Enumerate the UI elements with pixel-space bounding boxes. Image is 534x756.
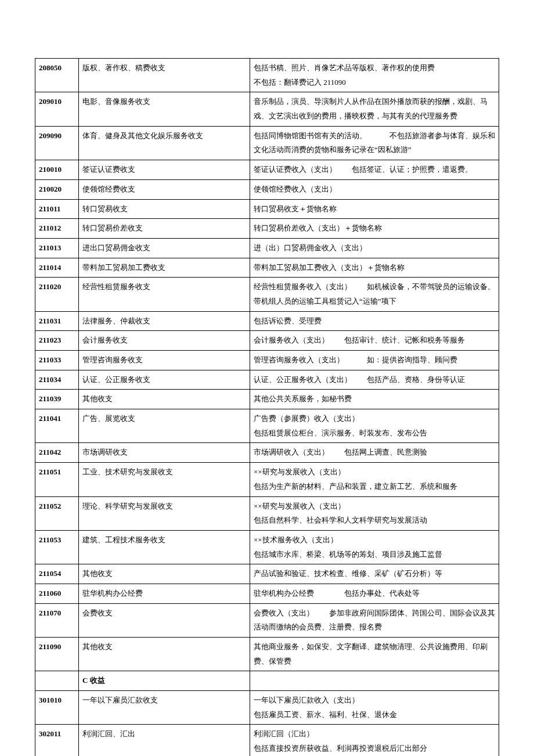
code-cell: 211011 (35, 199, 79, 219)
desc-cell: 进（出）口贸易佣金收入（支出） (250, 238, 499, 258)
table-row: 211042市场调研收支市场调研收入（支出） 包括网上调查、民意测验 (35, 443, 499, 463)
table-row: 211041广告、展览收支广告费（参展费）收入（支出） 包括租赁展位柜台、演示服… (35, 409, 499, 443)
desc-cell: ××研究与发展收入（支出） 包括为生产新的材料、产品和装置，建立新工艺、系统和服… (250, 463, 499, 496)
name-cell: 法律服务、仲裁收支 (79, 311, 250, 331)
code-cell: 209010 (35, 92, 79, 126)
name-cell: 利润汇回、汇出 (79, 725, 250, 756)
code-cell: 210010 (35, 160, 79, 180)
table-row: 211012转口贸易价差收支转口贸易价差收入（支出）＋货物名称 (35, 219, 499, 239)
table-row: 211034认证、公正服务收支认证、公正服务收入（支出） 包括产品、资格、身份等… (35, 370, 499, 390)
code-cell: 208050 (35, 59, 79, 92)
code-cell: 211090 (35, 638, 79, 671)
name-cell: 其他收支 (79, 638, 250, 671)
code-cell: 211034 (35, 370, 79, 390)
table-row: 210010签证认证费收支签证认证费收入（支出） 包括签证、认证；护照费，遣返费… (35, 160, 499, 180)
name-cell: 市场调研收支 (79, 443, 250, 463)
desc-cell: 市场调研收入（支出） 包括网上调查、民意测验 (250, 443, 499, 463)
desc-cell: 一年以下雇员汇款收入（支出） 包括雇员工资、薪水、福利、社保、退休金 (250, 691, 499, 725)
desc-cell: 签证认证费收入（支出） 包括签证、认证；护照费，遣返费。 (250, 160, 499, 180)
name-cell: 转口贸易价差收支 (79, 219, 250, 239)
desc-cell: 使领馆经费收入（支出） (250, 179, 499, 199)
code-table: 208050版权、著作权、稿费收支包括书稿、照片、肖像艺术品等版权、著作权的使用… (35, 58, 499, 756)
code-cell: 211054 (35, 564, 79, 584)
table-row: 211011转口贸易收支转口贸易收支＋货物名称 (35, 199, 499, 219)
desc-cell: 会费收入（支出） 参加非政府间国际团体、跨国公司、国际会议及其活动而缴纳的会员费… (250, 603, 499, 637)
table-row: 209010电影、音像服务收支音乐制品，演员、导演制片人从作品在国外播放而获的报… (35, 92, 499, 126)
table-row: 211052理论、科学研究与发展收支××研究与发展收入（支出） 包括自然科学、社… (35, 496, 499, 530)
name-cell: 其他收支 (79, 390, 250, 409)
desc-cell: 利润汇回（汇出） 包括直接投资所获收益、利润再投资退税后汇出部分 (250, 725, 499, 756)
desc-cell: 包括同博物馆图书馆有关的活动。 不包括旅游者参与体育、娱乐和文化活动而消费的货物… (250, 126, 499, 160)
table-row: 302011利润汇回、汇出利润汇回（汇出） 包括直接投资所获收益、利润再投资退税… (35, 725, 499, 756)
name-cell: 版权、著作权、稿费收支 (79, 59, 250, 92)
name-cell: 转口贸易收支 (79, 199, 250, 219)
table-row: 211013进出口贸易佣金收支进（出）口贸易佣金收入（支出） (35, 238, 499, 258)
code-cell: 209090 (35, 126, 79, 160)
table-row: 211031法律服务、仲裁收支包括诉讼费、受理费 (35, 311, 499, 331)
code-cell: 211070 (35, 603, 79, 637)
desc-cell: 包括书稿、照片、肖像艺术品等版权、著作权的使用费 不包括：翻译费记入 21109… (250, 59, 499, 92)
name-cell: 理论、科学研究与发展收支 (79, 496, 250, 530)
name-cell: 使领馆经费收支 (79, 179, 250, 199)
code-cell: 211014 (35, 258, 79, 278)
code-cell: 211041 (35, 409, 79, 443)
table-row: 211090其他收支其他商业服务，如保安、文字翻译、建筑物清理、公共设施费用、印… (35, 638, 499, 671)
desc-cell: 带料加工贸易加工费收入（支出）＋货物名称 (250, 258, 499, 278)
code-cell: 211039 (35, 390, 79, 409)
code-cell (35, 671, 79, 691)
desc-cell: 会计服务收入（支出） 包括审计、统计、记帐和税务等服务 (250, 331, 499, 351)
table-row: 211020经营性租赁服务收支经营性租赁服务收入（支出） 如机械设备，不带驾驶员… (35, 278, 499, 311)
table-row: 211039其他收支其他公共关系服务，如秘书费 (35, 390, 499, 409)
code-cell: 211060 (35, 584, 79, 603)
table-row: 210020使领馆经费收支使领馆经费收入（支出） (35, 179, 499, 199)
desc-cell: 广告费（参展费）收入（支出） 包括租赁展位柜台、演示服务、时装发布、发布公告 (250, 409, 499, 443)
name-cell: 电影、音像服务收支 (79, 92, 250, 126)
table-row: 211051工业、技术研究与发展收支××研究与发展收入（支出） 包括为生产新的材… (35, 463, 499, 496)
name-cell: C 收益 (79, 671, 250, 691)
table-row: 208050版权、著作权、稿费收支包括书稿、照片、肖像艺术品等版权、著作权的使用… (35, 59, 499, 92)
table-row: 301010一年以下雇员汇款收支一年以下雇员汇款收入（支出） 包括雇员工资、薪水… (35, 691, 499, 725)
code-cell: 211052 (35, 496, 79, 530)
code-cell: 211033 (35, 351, 79, 370)
desc-cell: 其他公共关系服务，如秘书费 (250, 390, 499, 409)
table-row: 209090体育、健身及其他文化娱乐服务收支包括同博物馆图书馆有关的活动。 不包… (35, 126, 499, 160)
name-cell: 其他收支 (79, 564, 250, 584)
desc-cell: 音乐制品，演员、导演制片人从作品在国外播放而获的报酬，戏剧、马戏、文艺演出收到的… (250, 92, 499, 126)
code-cell: 211013 (35, 238, 79, 258)
name-cell: 带料加工贸易加工费收支 (79, 258, 250, 278)
table-row: 211060驻华机构办公经费驻华机构办公经费 包括办事处、代表处等 (35, 584, 499, 603)
name-cell: 一年以下雇员汇款收支 (79, 691, 250, 725)
code-cell: 211042 (35, 443, 79, 463)
table-row: 211033管理咨询服务收支管理咨询服务收入（支出） 如：提供咨询指导、顾问费 (35, 351, 499, 370)
desc-cell: 经营性租赁服务收入（支出） 如机械设备，不带驾驶员的运输设备。带机组人员的运输工… (250, 278, 499, 311)
desc-cell: 驻华机构办公经费 包括办事处、代表处等 (250, 584, 499, 603)
desc-cell: 认证、公正服务收入（支出） 包括产品、资格、身份等认证 (250, 370, 499, 390)
desc-cell (250, 671, 499, 691)
table-row: 211053建筑、工程技术服务收支××技术服务收入（支出） 包括城市水库、桥梁、… (35, 530, 499, 564)
desc-cell: 管理咨询服务收入（支出） 如：提供咨询指导、顾问费 (250, 351, 499, 370)
code-cell: 211031 (35, 311, 79, 331)
desc-cell: 产品试验和验证、技术检查、维修、采矿（矿石分析）等 (250, 564, 499, 584)
name-cell: 认证、公正服务收支 (79, 370, 250, 390)
code-cell: 211053 (35, 530, 79, 564)
code-cell: 210020 (35, 179, 79, 199)
name-cell: 会计服务收支 (79, 331, 250, 351)
name-cell: 建筑、工程技术服务收支 (79, 530, 250, 564)
desc-cell: 包括诉讼费、受理费 (250, 311, 499, 331)
table-row: 211014带料加工贸易加工费收支带料加工贸易加工费收入（支出）＋货物名称 (35, 258, 499, 278)
table-row: C 收益 (35, 671, 499, 691)
code-cell: 211023 (35, 331, 79, 351)
code-cell: 211012 (35, 219, 79, 239)
name-cell: 经营性租赁服务收支 (79, 278, 250, 311)
code-cell: 211051 (35, 463, 79, 496)
desc-cell: ××技术服务收入（支出） 包括城市水库、桥梁、机场等的筹划、项目涉及施工监督 (250, 530, 499, 564)
name-cell: 体育、健身及其他文化娱乐服务收支 (79, 126, 250, 160)
desc-cell: 转口贸易价差收入（支出）＋货物名称 (250, 219, 499, 239)
name-cell: 管理咨询服务收支 (79, 351, 250, 370)
name-cell: 驻华机构办公经费 (79, 584, 250, 603)
code-cell: 211020 (35, 278, 79, 311)
table-row: 211070会费收支会费收入（支出） 参加非政府间国际团体、跨国公司、国际会议及… (35, 603, 499, 637)
desc-cell: 其他商业服务，如保安、文字翻译、建筑物清理、公共设施费用、印刷费、保管费 (250, 638, 499, 671)
table-row: 211054其他收支产品试验和验证、技术检查、维修、采矿（矿石分析）等 (35, 564, 499, 584)
name-cell: 会费收支 (79, 603, 250, 637)
